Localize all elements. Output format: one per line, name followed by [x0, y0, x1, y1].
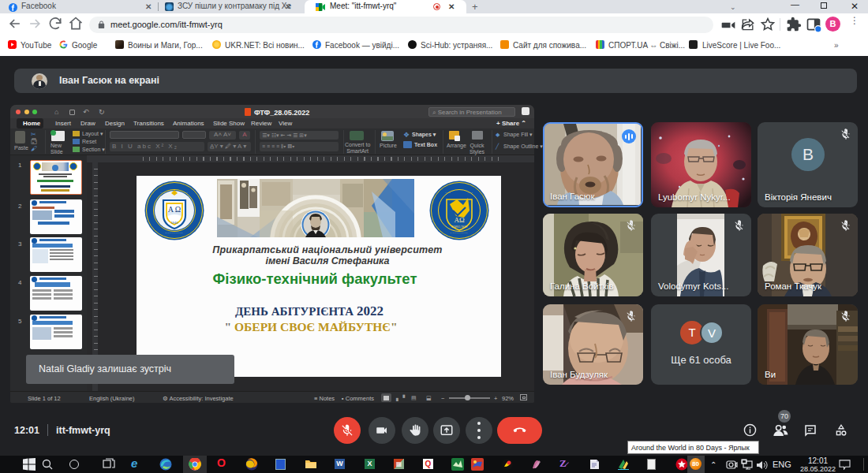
svg-text:1940: 1940	[171, 221, 179, 225]
svg-text:ΑΩ: ΑΩ	[454, 216, 464, 224]
svg-text:Α Ω: Α Ω	[168, 205, 181, 214]
svg-text:ФІЗИКО-ТЕХН: ФІЗИКО-ТЕХН	[451, 225, 467, 229]
svg-text:∙∙∙∙∙∙∙∙∙: ∙∙∙∙∙∙∙∙∙	[451, 230, 469, 235]
svg-text:∙∙∙∙∙∙∙∙∙: ∙∙∙∙∙∙∙∙∙	[166, 230, 184, 235]
